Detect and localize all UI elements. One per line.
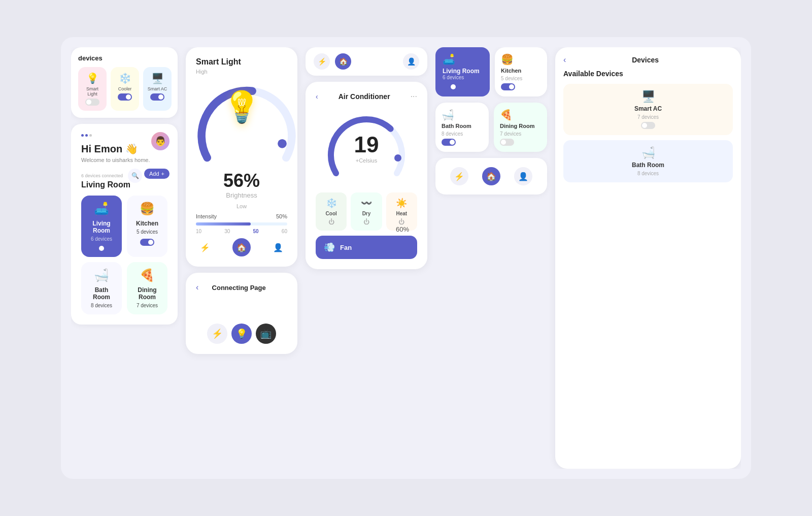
user-nav-bottom[interactable]: 👤	[514, 167, 532, 185]
brightness-label: Brightness	[196, 191, 287, 199]
dining-icon: 🍕	[500, 109, 541, 121]
device-icons-row: 💡 Smart Light ❄️ Cooler 🖥️ Smart AC	[78, 67, 171, 111]
dining-card[interactable]: 🍕 Dining Room 7 devices	[494, 103, 547, 152]
dry-label: Dry	[362, 211, 371, 216]
connecting-header: ‹ Connecting Page	[196, 283, 287, 292]
user-avatar: 👨	[151, 132, 170, 150]
svg-point-1	[394, 154, 401, 162]
living-room-icon-top: 🛋️	[443, 53, 483, 66]
living-room-icon: 🛋️	[94, 202, 109, 216]
kitchen-toggle-top[interactable]	[501, 83, 515, 90]
kitchen-card-top[interactable]: 🍔 Kitchen 5 devices	[495, 47, 547, 96]
columns-wrapper: devices 💡 Smart Light ❄️ Cooler 🖥️ S	[71, 47, 741, 469]
ac-menu-dots[interactable]: ···	[411, 92, 417, 101]
living-room-count-top: 6 devices	[443, 75, 483, 80]
connecting-icons: ⚡ 💡 📺	[196, 324, 287, 344]
ac-back-arrow[interactable]: ‹	[316, 92, 318, 101]
column-5: ‹ Devices Available Devices 🖥️ Smart AC …	[555, 47, 741, 469]
hi-emon-panel: 👨 Hi Emon 👋 Welcome to uisharks home. 🔍 …	[71, 124, 178, 325]
living-room-devices: 6 devices	[91, 236, 112, 242]
bath-room-device[interactable]: 🛁 Bath Room 8 devices	[563, 140, 733, 182]
intensity-section: Intensity 50% 10 30 50 60	[196, 213, 287, 234]
smart-ac-device[interactable]: 🖥️ Smart AC 7 devices	[563, 84, 733, 135]
step-30: 30	[224, 229, 230, 234]
device-connect-icon: 📺	[256, 324, 276, 344]
cool-icon: ❄️	[326, 198, 337, 209]
devices-right-panel: ‹ Devices Available Devices 🖥️ Smart AC …	[555, 47, 741, 469]
dry-power: ⏻	[363, 218, 369, 225]
kitchen-devices: 5 devices	[137, 229, 158, 235]
ac-panel: ‹ Air Conditioner ··· 19 +Celsius	[306, 82, 427, 269]
available-devices-title: Available Devices	[563, 70, 733, 78]
lightning-icon: ⚡	[200, 243, 210, 252]
room-dining[interactable]: 🍕 Dining Room 7 devices	[127, 262, 167, 314]
welcome-text: Welcome to uisharks home.	[81, 157, 167, 163]
heat-label: Heat	[396, 211, 407, 216]
connecting-title: Connecting Page	[212, 284, 266, 292]
user-nav-icon[interactable]: 👤	[403, 53, 419, 70]
room-kitchen[interactable]: 🍔 Kitchen 5 devices	[127, 196, 167, 257]
bulb-connect-icon[interactable]: 💡	[231, 324, 252, 344]
smart-ac-device-count: 7 devices	[637, 114, 659, 120]
search-icon[interactable]: 🔍	[128, 169, 142, 183]
room-bath[interactable]: 🛁 Bath Room 8 devices	[81, 262, 122, 314]
rooms-grid: 🛋️ Living Room 6 devices 🍔 Kitchen 5 dev…	[81, 196, 167, 314]
bath-toggle[interactable]	[442, 139, 456, 146]
fan-bar[interactable]: 💨 Fan	[316, 236, 417, 259]
lightning-nav-icon[interactable]: ⚡	[314, 53, 330, 70]
smart-ac-label: Smart AC	[148, 86, 167, 91]
connecting-panel: ‹ Connecting Page ⚡ 💡 📺	[186, 273, 297, 354]
step-50: 50	[253, 229, 259, 234]
bath-count: 8 devices	[442, 131, 483, 137]
living-room-name: Living Room	[87, 220, 116, 234]
heat-icon: ☀️	[396, 198, 407, 209]
dining-toggle[interactable]	[500, 139, 514, 146]
intensity-bar[interactable]	[196, 222, 287, 225]
dining-devices: 7 devices	[137, 303, 158, 308]
nav-icons-left: ⚡ 🏠	[314, 53, 351, 70]
smart-light-icon: 💡	[86, 72, 99, 84]
device-cooler[interactable]: ❄️ Cooler	[111, 67, 139, 111]
smart-light-title: Smart Light	[196, 57, 287, 67]
living-room-toggle-top[interactable]	[443, 83, 457, 90]
lightning-connect-icon: ⚡	[207, 324, 227, 344]
mode-cool[interactable]: ❄️ Cool ⏻	[316, 192, 347, 231]
intensity-header: Intensity 50%	[196, 213, 287, 219]
bath-room-device-name: Bath Room	[632, 162, 664, 169]
brightness-gauge: 💡	[196, 79, 287, 170]
ac-title: Air Conditioner	[339, 92, 390, 101]
devices-card: devices 💡 Smart Light ❄️ Cooler 🖥️ S	[71, 47, 178, 118]
kitchen-icon: 🍔	[140, 202, 155, 216]
living-room-label-top: Living Room	[443, 68, 483, 75]
home-nav-bottom[interactable]: 🏠	[482, 167, 500, 185]
smart-ac-toggle[interactable]	[150, 93, 164, 101]
living-room-card-top[interactable]: 🛋️ Living Room 6 devices	[435, 47, 490, 96]
intensity-value: 50%	[276, 213, 287, 219]
smart-light-label: Smart Light	[82, 86, 103, 96]
smart-ac-device-toggle[interactable]	[641, 122, 655, 129]
fan-label: Fan	[340, 244, 409, 251]
temp-unit: +Celsius	[354, 157, 379, 164]
bath-card[interactable]: 🛁 Bath Room 8 devices	[435, 103, 489, 152]
home-nav-icon[interactable]: 🏠	[335, 53, 351, 70]
back-arrow-connecting[interactable]: ‹	[196, 283, 198, 292]
back-arrow-devices[interactable]: ‹	[563, 55, 566, 64]
mode-heat[interactable]: ☀️ Heat ⏻	[386, 192, 417, 231]
cooler-toggle[interactable]	[118, 93, 132, 101]
room-living-room[interactable]: 🛋️ Living Room 6 devices	[81, 196, 122, 257]
kitchen-toggle[interactable]	[140, 239, 154, 246]
bath-room-device-count: 8 devices	[637, 171, 659, 176]
lightning-nav-bottom[interactable]: ⚡	[450, 167, 468, 185]
home-icon-circle[interactable]: 🏠	[232, 238, 251, 256]
device-smart-ac[interactable]: 🖥️ Smart AC	[143, 67, 172, 111]
cool-label: Cool	[326, 211, 337, 216]
smart-light-panel: Smart Light High 💡	[186, 47, 297, 267]
device-smart-light[interactable]: 💡 Smart Light	[78, 67, 107, 111]
temperature-gauge: 19 +Celsius	[316, 107, 417, 188]
add-button[interactable]: Add +	[144, 169, 170, 179]
mode-dry[interactable]: 〰️ Dry ⏻	[351, 192, 382, 231]
low-label: Low	[196, 203, 287, 209]
smart-ac-device-name: Smart AC	[634, 105, 662, 112]
ac-header: ‹ Air Conditioner ···	[316, 92, 417, 101]
smart-light-toggle[interactable]	[85, 99, 99, 106]
